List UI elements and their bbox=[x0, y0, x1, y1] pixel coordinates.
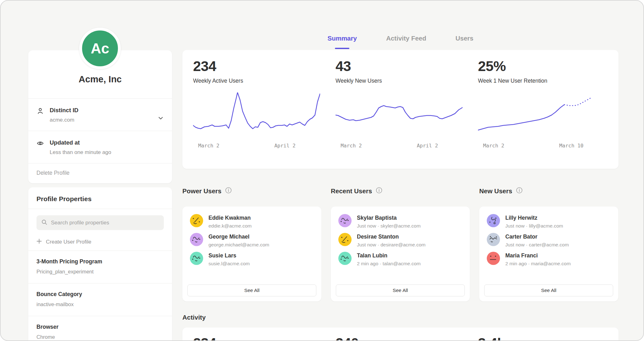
company-avatar: Ac bbox=[79, 28, 121, 69]
user-list-card: Skylar Baptista Just now · skyler@acme.c… bbox=[331, 206, 470, 301]
updated-at-label: Updated at bbox=[50, 139, 164, 146]
distinct-id-row[interactable]: Distinct ID acme.com bbox=[28, 98, 172, 131]
activity-card: 2342403.4k bbox=[182, 327, 619, 341]
user-subtext: george.michael@acme.com bbox=[208, 242, 269, 248]
user-list-item[interactable]: Maria Franci 2 min ago · maria@acme.com bbox=[487, 252, 613, 267]
user-section-recent-users: Recent Users Skylar Baptista Just now · … bbox=[331, 187, 470, 301]
sparkline-chart bbox=[478, 92, 605, 140]
activity-stat-value: 234 bbox=[193, 335, 327, 341]
user-avatar bbox=[338, 233, 352, 246]
user-list-item[interactable]: Talan Lubin 2 min ago · talan@acme.com bbox=[338, 252, 465, 267]
user-list-item[interactable]: Susie Lars susie.l@acme.com bbox=[190, 252, 316, 267]
profile-properties-search[interactable] bbox=[36, 215, 164, 230]
profile-properties-card: Profile Properties Create User Profile 3… bbox=[28, 187, 172, 341]
see-all-button[interactable]: See All bbox=[484, 284, 613, 296]
user-section-title: Recent Users bbox=[331, 187, 372, 195]
stat-label: Weekly New Users bbox=[336, 78, 469, 84]
user-name: Carter Bator bbox=[505, 233, 569, 240]
tab-summary[interactable]: Summary bbox=[326, 27, 358, 49]
property-row[interactable]: Bounce Category inactive-mailbox bbox=[28, 283, 172, 316]
info-icon[interactable] bbox=[516, 187, 523, 195]
eye-icon bbox=[36, 139, 44, 156]
property-row[interactable]: 3-Month Pricing Program Pricing_plan_exp… bbox=[28, 250, 172, 283]
activity-stat-value: 240 bbox=[336, 335, 469, 341]
user-list-item[interactable]: George Michael george.michael@acme.com bbox=[190, 233, 316, 248]
user-list-item[interactable]: Eddie Kwakman eddie.k@acme.com bbox=[190, 214, 316, 229]
sparkline-chart bbox=[193, 92, 320, 140]
axis-label-start: March 2 bbox=[341, 143, 362, 149]
stat-value: 234 bbox=[193, 58, 327, 74]
search-icon bbox=[41, 219, 47, 227]
chevron-down-icon[interactable] bbox=[158, 115, 164, 123]
summary-stat-column: 234 Weekly Active Users March 2 April 2 bbox=[193, 58, 327, 169]
property-value: Chrome bbox=[36, 334, 164, 340]
company-profile-page: Ac Acme, Inc Distinct ID acme.com bbox=[0, 0, 644, 341]
user-section-new-users: New Users Lilly Herwitz Just now · lilly… bbox=[479, 187, 618, 301]
axis-label-start: March 2 bbox=[198, 143, 219, 149]
summary-stat-column: 25% Week 1 New User Retention March 2 Ma… bbox=[478, 58, 612, 169]
user-name: Susie Lars bbox=[208, 252, 250, 259]
property-name: Bounce Category bbox=[36, 291, 164, 298]
user-avatar bbox=[487, 233, 500, 246]
info-icon[interactable] bbox=[376, 187, 382, 195]
identity-card: Acme, Inc Distinct ID acme.com bbox=[28, 50, 172, 183]
profile-properties-title: Profile Properties bbox=[28, 187, 172, 209]
summary-stat-column: 43 Weekly New Users March 2 April 2 bbox=[336, 58, 469, 169]
person-icon bbox=[36, 107, 44, 123]
user-name: Lilly Herwitz bbox=[505, 214, 563, 221]
user-list-card: Eddie Kwakman eddie.k@acme.com George Mi… bbox=[182, 206, 321, 301]
updated-at-value: Less than one minute ago bbox=[50, 149, 164, 156]
profile-tabs: SummaryActivity FeedUsers bbox=[182, 27, 619, 49]
user-name: George Michael bbox=[208, 233, 269, 240]
see-all-button[interactable]: See All bbox=[336, 284, 465, 296]
property-value: Pricing_plan_experiment bbox=[36, 269, 164, 275]
axis-label-end: April 2 bbox=[274, 143, 295, 149]
user-subtext: 2 min ago · maria@acme.com bbox=[505, 261, 571, 267]
user-list-card: Lilly Herwitz Just now · lilly@acme.com … bbox=[479, 206, 618, 301]
create-user-profile-label: Create User Profile bbox=[46, 239, 92, 245]
user-list-item[interactable]: Carter Bator Just now · carter@acme.com bbox=[487, 233, 613, 248]
user-avatar bbox=[190, 214, 203, 227]
property-name: Browser bbox=[36, 324, 164, 330]
distinct-id-label: Distinct ID bbox=[50, 107, 152, 114]
user-subtext: Just now · skyler@acme.com bbox=[357, 223, 421, 229]
user-name: Talan Lubin bbox=[357, 252, 421, 259]
stat-value: 43 bbox=[336, 58, 469, 74]
updated-at-row: Updated at Less than one minute ago bbox=[28, 131, 172, 163]
user-avatar bbox=[190, 252, 203, 265]
activity-stat-value: 3.4k bbox=[478, 335, 612, 341]
distinct-id-value: acme.com bbox=[50, 117, 152, 123]
property-name: 3-Month Pricing Program bbox=[36, 258, 164, 265]
user-name: Desirae Stanton bbox=[357, 233, 425, 240]
user-subtext: eddie.k@acme.com bbox=[208, 223, 252, 229]
user-avatar bbox=[338, 214, 352, 227]
create-user-profile-button[interactable]: Create User Profile bbox=[36, 239, 92, 245]
tab-activity-feed[interactable]: Activity Feed bbox=[385, 27, 428, 49]
search-input[interactable] bbox=[51, 220, 159, 226]
info-icon[interactable] bbox=[225, 187, 232, 195]
tab-users[interactable]: Users bbox=[454, 27, 475, 49]
user-avatar bbox=[190, 233, 203, 246]
user-list-item[interactable]: Skylar Baptista Just now · skyler@acme.c… bbox=[338, 214, 465, 229]
see-all-button[interactable]: See All bbox=[187, 284, 316, 296]
user-subtext: 2 min ago · talan@acme.com bbox=[357, 261, 421, 267]
user-name: Maria Franci bbox=[505, 252, 571, 259]
stat-value: 25% bbox=[478, 58, 612, 74]
user-subtext: Just now · carter@acme.com bbox=[505, 242, 569, 248]
property-row[interactable]: Browser Chrome bbox=[28, 316, 172, 341]
user-avatar bbox=[338, 252, 352, 265]
user-subtext: Just now · desirare@acme.com bbox=[357, 242, 425, 248]
user-list-item[interactable]: Desirae Stanton Just now · desirare@acme… bbox=[338, 233, 465, 248]
axis-label-end: March 10 bbox=[559, 143, 583, 149]
user-name: Skylar Baptista bbox=[357, 214, 421, 221]
user-name: Eddie Kwakman bbox=[208, 214, 252, 221]
user-avatar bbox=[487, 252, 500, 265]
user-list-item[interactable]: Lilly Herwitz Just now · lilly@acme.com bbox=[487, 214, 613, 229]
activity-title: Activity bbox=[182, 314, 206, 321]
user-section-title: Power Users bbox=[182, 187, 221, 195]
delete-profile-button[interactable]: Delete Profile bbox=[36, 170, 69, 176]
stat-label: Weekly Active Users bbox=[193, 78, 327, 84]
user-section-power-users: Power Users Eddie Kwakman eddie.k@acme.c… bbox=[182, 187, 321, 301]
property-value: inactive-mailbox bbox=[36, 301, 164, 307]
summary-card: 234 Weekly Active Users March 2 April 2 … bbox=[182, 50, 619, 169]
